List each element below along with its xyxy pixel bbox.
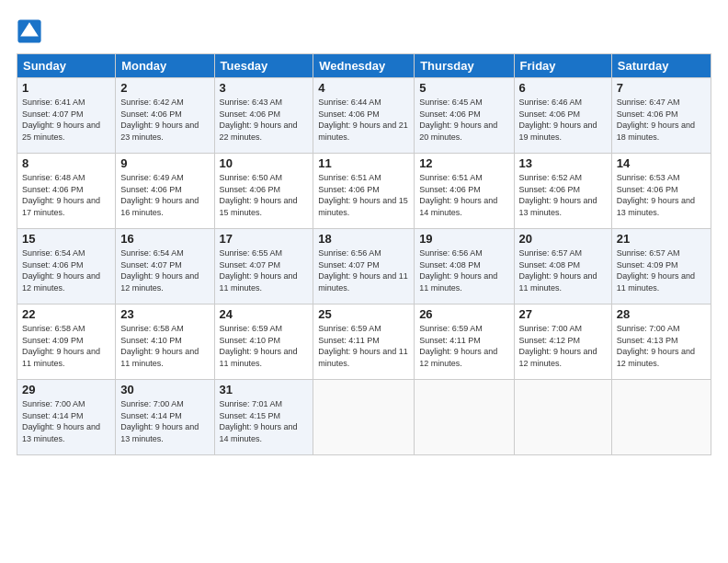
- day-info: Sunrise: 6:57 AMSunset: 4:08 PMDaylight:…: [519, 248, 597, 293]
- day-info: Sunrise: 6:51 AMSunset: 4:06 PMDaylight:…: [318, 173, 408, 217]
- day-number: 28: [617, 307, 706, 321]
- day-info: Sunrise: 6:59 AMSunset: 4:11 PMDaylight:…: [318, 324, 408, 368]
- day-number: 23: [120, 307, 209, 321]
- day-header-tuesday: Tuesday: [214, 54, 313, 78]
- day-info: Sunrise: 6:53 AMSunset: 4:06 PMDaylight:…: [617, 173, 695, 217]
- day-info: Sunrise: 6:58 AMSunset: 4:09 PMDaylight:…: [22, 324, 100, 368]
- day-number: 1: [22, 81, 110, 95]
- calendar-cell: 23 Sunrise: 6:58 AMSunset: 4:10 PMDaylig…: [116, 304, 214, 380]
- day-info: Sunrise: 6:51 AMSunset: 4:06 PMDaylight:…: [419, 173, 497, 217]
- day-info: Sunrise: 6:56 AMSunset: 4:08 PMDaylight:…: [419, 248, 497, 293]
- day-info: Sunrise: 6:57 AMSunset: 4:09 PMDaylight:…: [617, 248, 695, 293]
- calendar-cell: 12 Sunrise: 6:51 AMSunset: 4:06 PMDaylig…: [415, 154, 514, 229]
- calendar-cell: 14 Sunrise: 6:53 AMSunset: 4:06 PMDaylig…: [611, 154, 711, 229]
- calendar-cell: [611, 380, 711, 455]
- day-info: Sunrise: 7:00 AMSunset: 4:13 PMDaylight:…: [617, 324, 695, 368]
- calendar-cell: 29 Sunrise: 7:00 AMSunset: 4:14 PMDaylig…: [17, 380, 116, 455]
- calendar-cell: 30 Sunrise: 7:00 AMSunset: 4:14 PMDaylig…: [116, 380, 214, 455]
- calendar-cell: 6 Sunrise: 6:46 AMSunset: 4:06 PMDayligh…: [514, 78, 611, 154]
- calendar-cell: 18 Sunrise: 6:56 AMSunset: 4:07 PMDaylig…: [313, 229, 415, 304]
- day-number: 18: [318, 232, 409, 246]
- day-number: 10: [220, 156, 309, 170]
- calendar-cell: 24 Sunrise: 6:59 AMSunset: 4:10 PMDaylig…: [214, 304, 313, 380]
- header: [17, 15, 711, 44]
- day-number: 14: [617, 156, 706, 170]
- calendar-cell: 10 Sunrise: 6:50 AMSunset: 4:06 PMDaylig…: [214, 154, 313, 229]
- day-info: Sunrise: 6:46 AMSunset: 4:06 PMDaylight:…: [519, 98, 597, 142]
- calendar-cell: 17 Sunrise: 6:55 AMSunset: 4:07 PMDaylig…: [214, 229, 313, 304]
- week-row-1: 1 Sunrise: 6:41 AMSunset: 4:07 PMDayligh…: [17, 78, 711, 154]
- calendar-cell: 13 Sunrise: 6:52 AMSunset: 4:06 PMDaylig…: [514, 154, 611, 229]
- calendar-cell: 16 Sunrise: 6:54 AMSunset: 4:07 PMDaylig…: [116, 229, 214, 304]
- day-number: 24: [220, 307, 309, 321]
- day-number: 15: [22, 232, 110, 246]
- week-row-2: 8 Sunrise: 6:48 AMSunset: 4:06 PMDayligh…: [17, 154, 711, 229]
- day-number: 2: [120, 81, 209, 95]
- day-info: Sunrise: 6:48 AMSunset: 4:06 PMDaylight:…: [22, 173, 100, 217]
- day-number: 4: [318, 81, 409, 95]
- day-info: Sunrise: 7:00 AMSunset: 4:14 PMDaylight:…: [22, 399, 100, 443]
- day-info: Sunrise: 6:59 AMSunset: 4:11 PMDaylight:…: [419, 324, 497, 368]
- calendar-cell: 19 Sunrise: 6:56 AMSunset: 4:08 PMDaylig…: [415, 229, 514, 304]
- calendar-cell: [514, 380, 611, 455]
- day-number: 20: [519, 232, 607, 246]
- day-info: Sunrise: 6:54 AMSunset: 4:06 PMDaylight:…: [22, 248, 100, 293]
- day-info: Sunrise: 6:56 AMSunset: 4:07 PMDaylight:…: [318, 248, 408, 293]
- calendar-cell: 31 Sunrise: 7:01 AMSunset: 4:15 PMDaylig…: [214, 380, 313, 455]
- calendar-cell: 2 Sunrise: 6:42 AMSunset: 4:06 PMDayligh…: [116, 78, 214, 154]
- calendar-cell: 5 Sunrise: 6:45 AMSunset: 4:06 PMDayligh…: [415, 78, 514, 154]
- day-header-monday: Monday: [116, 54, 214, 78]
- day-info: Sunrise: 6:50 AMSunset: 4:06 PMDaylight:…: [220, 173, 298, 217]
- day-info: Sunrise: 6:42 AMSunset: 4:06 PMDaylight:…: [120, 98, 199, 142]
- day-number: 3: [220, 81, 309, 95]
- day-info: Sunrise: 6:58 AMSunset: 4:10 PMDaylight:…: [120, 324, 199, 368]
- day-info: Sunrise: 6:43 AMSunset: 4:06 PMDaylight:…: [220, 98, 298, 142]
- logo-icon: [17, 18, 42, 44]
- calendar-cell: 26 Sunrise: 6:59 AMSunset: 4:11 PMDaylig…: [415, 304, 514, 380]
- calendar-cell: 7 Sunrise: 6:47 AMSunset: 4:06 PMDayligh…: [611, 78, 711, 154]
- day-number: 27: [519, 307, 607, 321]
- calendar-cell: 3 Sunrise: 6:43 AMSunset: 4:06 PMDayligh…: [214, 78, 313, 154]
- calendar-cell: 8 Sunrise: 6:48 AMSunset: 4:06 PMDayligh…: [17, 154, 116, 229]
- calendar-cell: 9 Sunrise: 6:49 AMSunset: 4:06 PMDayligh…: [116, 154, 214, 229]
- logo: [17, 18, 44, 44]
- calendar-cell: 15 Sunrise: 6:54 AMSunset: 4:06 PMDaylig…: [17, 229, 116, 304]
- calendar-cell: [313, 380, 415, 455]
- day-number: 12: [419, 156, 508, 170]
- day-header-saturday: Saturday: [611, 54, 711, 78]
- page: SundayMondayTuesdayWednesdayThursdayFrid…: [0, 0, 728, 465]
- day-header-thursday: Thursday: [415, 54, 514, 78]
- day-number: 19: [419, 232, 508, 246]
- day-number: 17: [220, 232, 309, 246]
- calendar-cell: 11 Sunrise: 6:51 AMSunset: 4:06 PMDaylig…: [313, 154, 415, 229]
- week-row-4: 22 Sunrise: 6:58 AMSunset: 4:09 PMDaylig…: [17, 304, 711, 380]
- calendar-cell: 1 Sunrise: 6:41 AMSunset: 4:07 PMDayligh…: [17, 78, 116, 154]
- day-header-friday: Friday: [514, 54, 611, 78]
- day-number: 9: [120, 156, 209, 170]
- day-header-sunday: Sunday: [17, 54, 116, 78]
- day-number: 29: [22, 383, 110, 396]
- day-number: 11: [318, 156, 409, 170]
- day-number: 7: [617, 81, 706, 95]
- calendar-cell: 4 Sunrise: 6:44 AMSunset: 4:06 PMDayligh…: [313, 78, 415, 154]
- day-number: 16: [120, 232, 209, 246]
- day-info: Sunrise: 7:00 AMSunset: 4:12 PMDaylight:…: [519, 324, 597, 368]
- day-number: 31: [220, 383, 309, 396]
- day-info: Sunrise: 6:55 AMSunset: 4:07 PMDaylight:…: [220, 248, 298, 293]
- day-number: 5: [419, 81, 508, 95]
- calendar-cell: 27 Sunrise: 7:00 AMSunset: 4:12 PMDaylig…: [514, 304, 611, 380]
- day-header-wednesday: Wednesday: [313, 54, 415, 78]
- day-number: 13: [519, 156, 607, 170]
- calendar: SundayMondayTuesdayWednesdayThursdayFrid…: [17, 53, 711, 455]
- calendar-cell: 28 Sunrise: 7:00 AMSunset: 4:13 PMDaylig…: [611, 304, 711, 380]
- day-info: Sunrise: 6:41 AMSunset: 4:07 PMDaylight:…: [22, 98, 100, 142]
- day-number: 26: [419, 307, 508, 321]
- day-info: Sunrise: 6:59 AMSunset: 4:10 PMDaylight:…: [220, 324, 298, 368]
- day-info: Sunrise: 6:44 AMSunset: 4:06 PMDaylight:…: [318, 98, 408, 142]
- calendar-cell: 20 Sunrise: 6:57 AMSunset: 4:08 PMDaylig…: [514, 229, 611, 304]
- day-info: Sunrise: 7:01 AMSunset: 4:15 PMDaylight:…: [220, 399, 298, 443]
- day-info: Sunrise: 7:00 AMSunset: 4:14 PMDaylight:…: [120, 399, 199, 443]
- day-info: Sunrise: 6:52 AMSunset: 4:06 PMDaylight:…: [519, 173, 597, 217]
- calendar-cell: 22 Sunrise: 6:58 AMSunset: 4:09 PMDaylig…: [17, 304, 116, 380]
- week-row-3: 15 Sunrise: 6:54 AMSunset: 4:06 PMDaylig…: [17, 229, 711, 304]
